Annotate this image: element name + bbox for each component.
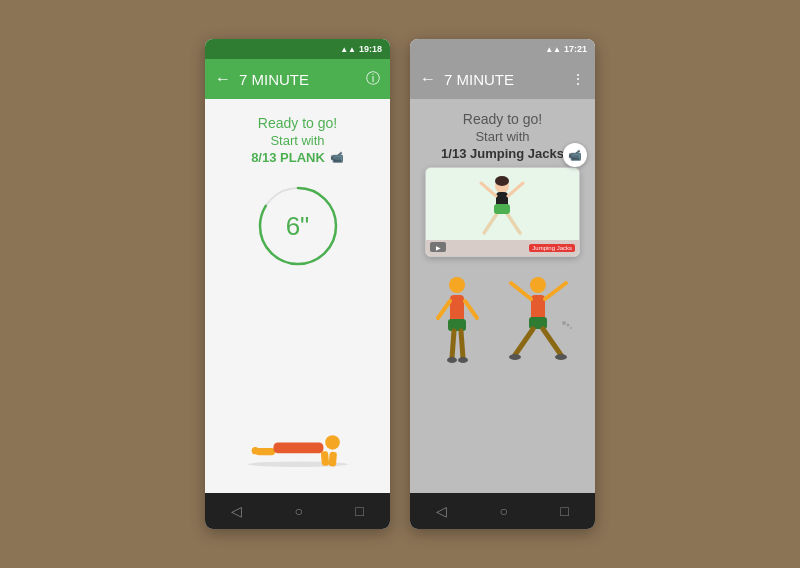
svg-line-25 bbox=[461, 331, 463, 358]
content-1: Ready to go! Start with 8/13 PLANK 📹 6" bbox=[205, 99, 390, 493]
camera-badge[interactable]: 📹 bbox=[563, 143, 587, 167]
app-title-1: 7 MINUTE bbox=[239, 71, 366, 88]
sub-badge: Jumping Jacks bbox=[529, 244, 575, 252]
ready-text-1: Ready to go! bbox=[258, 115, 337, 131]
signal-icon-1: ▲▲ bbox=[340, 45, 356, 54]
svg-point-36 bbox=[555, 354, 567, 360]
nav-home-2[interactable]: ○ bbox=[500, 503, 508, 519]
back-button-1[interactable]: ← bbox=[215, 70, 231, 88]
video-icon-1[interactable]: 📹 bbox=[330, 151, 344, 164]
svg-rect-20 bbox=[450, 295, 464, 323]
svg-rect-4 bbox=[255, 448, 275, 455]
plank-illustration bbox=[215, 417, 380, 477]
svg-point-27 bbox=[458, 357, 468, 363]
timer-circle-1: 6" bbox=[253, 181, 343, 271]
status-bar-1: ▲▲ 19:18 bbox=[205, 39, 390, 59]
nav-back-2[interactable]: ◁ bbox=[436, 503, 447, 519]
nav-back-1[interactable]: ◁ bbox=[231, 503, 242, 519]
timer-value-1: 6" bbox=[286, 211, 310, 242]
exercise-name-1: 8/13 PLANK 📹 bbox=[251, 150, 344, 165]
svg-point-12 bbox=[495, 176, 509, 186]
camera-icon: 📹 bbox=[568, 149, 582, 162]
svg-line-31 bbox=[545, 283, 566, 299]
nav-bar-2: ◁ ○ □ bbox=[410, 493, 595, 529]
svg-point-38 bbox=[566, 324, 569, 327]
more-icon-2[interactable]: ⋮ bbox=[571, 71, 585, 87]
svg-point-6 bbox=[325, 435, 340, 450]
back-button-2[interactable]: ← bbox=[420, 70, 436, 88]
svg-rect-8 bbox=[328, 452, 337, 467]
svg-rect-7 bbox=[320, 451, 329, 466]
svg-rect-23 bbox=[448, 319, 466, 331]
nav-home-1[interactable]: ○ bbox=[295, 503, 303, 519]
svg-rect-5 bbox=[273, 442, 323, 453]
svg-rect-18 bbox=[494, 204, 510, 214]
phones-container: ▲▲ 19:18 ← 7 MINUTE ⓘ Ready to go! Start… bbox=[205, 39, 595, 529]
app-bar-2: ← 7 MINUTE ⋮ bbox=[410, 59, 595, 99]
app-title-2: 7 MINUTE bbox=[444, 71, 571, 88]
svg-line-21 bbox=[438, 301, 450, 318]
start-with-text-2: Start with bbox=[475, 129, 529, 144]
svg-line-24 bbox=[452, 331, 454, 358]
phone-2: ▲▲ 17:21 ← 7 MINUTE ⋮ Ready to go! Start… bbox=[410, 39, 595, 529]
svg-point-26 bbox=[447, 357, 457, 363]
app-bar-1: ← 7 MINUTE ⓘ bbox=[205, 59, 390, 99]
start-with-text-1: Start with bbox=[270, 133, 324, 148]
svg-line-30 bbox=[511, 283, 531, 299]
video-thumbnail[interactable]: Jumping Jacks Challenge 28/100 bbox=[425, 167, 580, 257]
nav-square-2[interactable]: □ bbox=[560, 503, 568, 519]
svg-point-37 bbox=[562, 321, 566, 325]
ready-text-2: Ready to go! bbox=[463, 111, 542, 127]
phone-1: ▲▲ 19:18 ← 7 MINUTE ⓘ Ready to go! Start… bbox=[205, 39, 390, 529]
svg-point-35 bbox=[509, 354, 521, 360]
time-1: 19:18 bbox=[359, 44, 382, 54]
svg-line-34 bbox=[543, 329, 561, 355]
svg-point-39 bbox=[570, 327, 572, 329]
svg-line-33 bbox=[515, 329, 533, 355]
signal-icon-2: ▲▲ bbox=[545, 45, 561, 54]
nav-bar-1: ◁ ○ □ bbox=[205, 493, 390, 529]
time-2: 17:21 bbox=[564, 44, 587, 54]
info-icon-1[interactable]: ⓘ bbox=[366, 70, 380, 88]
svg-point-28 bbox=[530, 277, 546, 293]
svg-point-19 bbox=[449, 277, 465, 293]
content-2: Ready to go! Start with 1/13 Jumping Jac… bbox=[410, 99, 595, 493]
svg-line-22 bbox=[465, 301, 477, 318]
exercise-name-2: 1/13 Jumping Jacks bbox=[441, 146, 564, 161]
nav-square-1[interactable]: □ bbox=[355, 503, 363, 519]
jumping-jacks-figures bbox=[430, 273, 576, 373]
status-bar-2: ▲▲ 17:21 bbox=[410, 39, 595, 59]
